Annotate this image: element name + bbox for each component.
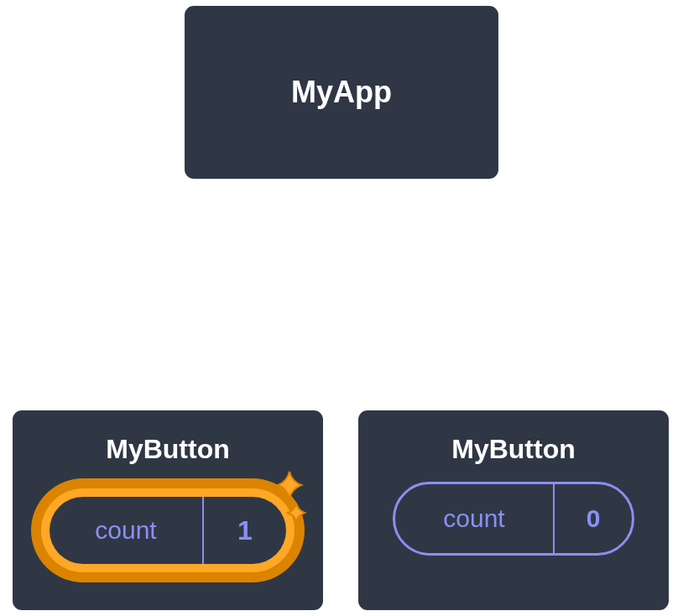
state-pill-normal: count 0	[393, 482, 634, 556]
root-node-myapp: MyApp	[182, 3, 501, 181]
state-name-right: count	[395, 484, 555, 553]
sparkle-icon	[256, 467, 310, 534]
root-label: MyApp	[291, 75, 392, 110]
child-label-right: MyButton	[451, 434, 576, 465]
state-name-left: count	[50, 497, 204, 564]
child-label-left: MyButton	[106, 434, 230, 465]
state-pill-highlighted: count 1	[31, 478, 305, 582]
child-node-mybutton-right: MyButton count 0	[356, 408, 671, 613]
child-node-mybutton-left: MyButton count 1	[10, 408, 326, 613]
state-value-right: 0	[555, 484, 632, 553]
